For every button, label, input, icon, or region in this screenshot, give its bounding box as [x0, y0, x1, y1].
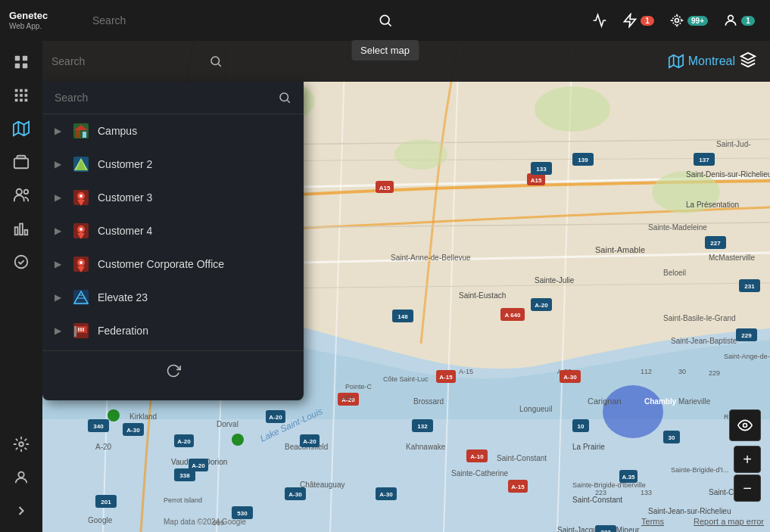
chevron-right-icon — [14, 503, 29, 518]
map-search-input[interactable] — [51, 55, 203, 67]
svg-text:A-20: A-20 — [303, 438, 316, 445]
svg-text:Perrot Island: Perrot Island — [164, 496, 202, 504]
left-sidebar — [0, 41, 42, 532]
svg-rect-10 — [15, 56, 20, 61]
dropdown-footer — [42, 350, 304, 394]
svg-rect-16 — [25, 89, 28, 92]
sidebar-item-analytics[interactable] — [6, 213, 36, 244]
user-button[interactable]: 1 — [717, 8, 761, 33]
top-right-icons: 1 99+ 1 — [586, 8, 761, 33]
svg-text:A-30: A-30 — [288, 491, 302, 498]
svg-point-0 — [380, 15, 389, 24]
svg-rect-30 — [20, 224, 23, 235]
select-map-button[interactable] — [372, 7, 399, 34]
sidebar-item-grid[interactable] — [6, 80, 36, 110]
corporate-label: Customer Corporate Office — [98, 258, 291, 270]
svg-text:Brossard: Brossard — [413, 397, 444, 406]
svg-text:223: 223 — [600, 529, 611, 532]
svg-text:139: 139 — [578, 157, 588, 163]
dropdown-search-area — [42, 82, 304, 114]
svg-point-32 — [15, 256, 28, 269]
svg-text:Beloeil: Beloeil — [663, 269, 686, 277]
search-icon — [378, 13, 393, 28]
svg-text:201: 201 — [101, 499, 111, 506]
sidebar-item-tasks[interactable] — [6, 247, 36, 277]
elevate-icon — [72, 288, 90, 306]
alerts-button[interactable]: 1 — [616, 8, 660, 33]
svg-text:Châteauguay: Châteauguay — [300, 481, 345, 489]
svg-text:A-30: A-30 — [379, 491, 393, 498]
dropdown-item-campus[interactable]: ▶ Campus — [42, 114, 304, 148]
map-report-error[interactable]: Report a map error — [694, 517, 764, 526]
map-layers-button[interactable] — [735, 47, 761, 76]
map-terms[interactable]: Terms — [641, 517, 664, 526]
svg-text:A.35: A.35 — [622, 474, 635, 481]
monitoring-button[interactable]: 99+ — [663, 8, 714, 33]
eye-icon — [737, 418, 753, 433]
svg-text:Saint-Amable: Saint-Amable — [595, 245, 645, 254]
svg-text:McMasterville: McMasterville — [709, 254, 756, 262]
svg-rect-11 — [23, 56, 27, 61]
svg-text:Chambly: Chambly — [644, 397, 677, 406]
svg-point-3 — [675, 19, 679, 23]
sidebar-item-dashboard[interactable] — [6, 47, 36, 77]
svg-text:227: 227 — [710, 240, 721, 247]
svg-text:A 640: A 640 — [504, 312, 521, 319]
map-copyright: Map data ©2024 Google — [164, 518, 246, 526]
svg-text:148: 148 — [397, 313, 408, 320]
svg-line-1 — [388, 23, 391, 26]
dropdown-item-federation[interactable]: ▶ Federation — [42, 314, 304, 347]
svg-rect-18 — [20, 94, 23, 97]
svg-rect-22 — [25, 99, 28, 102]
diagnostics-button[interactable] — [586, 8, 613, 33]
refresh-button[interactable] — [161, 359, 185, 387]
svg-text:A-30: A-30 — [126, 427, 140, 434]
sidebar-item-map[interactable] — [6, 114, 36, 144]
svg-rect-29 — [15, 227, 18, 235]
dropdown-item-customer3[interactable]: ▶ Customer 3 — [42, 181, 304, 214]
dropdown-item-customer2[interactable]: ▶ Customer 2 — [42, 148, 304, 181]
sidebar-expand-button[interactable] — [6, 496, 36, 526]
top-search-input[interactable] — [92, 14, 282, 26]
dropdown-item-elevate[interactable]: ▶ Elevate 23 — [42, 281, 304, 314]
svg-rect-31 — [25, 230, 28, 235]
alerts-icon — [622, 13, 638, 28]
sidebar-item-user-profile[interactable] — [6, 462, 36, 493]
zoom-in-button[interactable]: + — [734, 446, 761, 473]
svg-text:Saint-Eustach: Saint-Eustach — [459, 291, 506, 300]
svg-rect-15 — [20, 89, 23, 92]
svg-text:Sainte-Brigide-d'I...: Sainte-Brigide-d'I... — [671, 466, 728, 474]
dropdown-search-input[interactable] — [55, 92, 272, 104]
dropdown-search-icon — [278, 91, 291, 104]
eye-button[interactable] — [729, 409, 761, 441]
sidebar-item-people[interactable] — [6, 180, 36, 210]
svg-text:Longueuil: Longueuil — [519, 405, 552, 413]
zoom-out-button[interactable]: − — [734, 474, 761, 502]
diagnostics-icon — [592, 13, 607, 28]
svg-text:Sainte-Madeleine: Sainte-Madeleine — [648, 223, 707, 232]
sidebar-item-cards[interactable] — [6, 147, 36, 177]
dropdown-item-customer4[interactable]: ▶ Customer 4 — [42, 214, 304, 247]
svg-point-28 — [24, 190, 28, 194]
logo-area: Genetec Web App. — [9, 10, 92, 31]
customer2-label: Customer 2 — [98, 158, 291, 170]
corporate-icon — [72, 255, 90, 273]
top-bar: Genetec Web App. Select map 1 — [0, 0, 770, 41]
svg-point-9 — [728, 15, 734, 20]
svg-text:Pointe-C: Pointe-C — [345, 383, 373, 390]
svg-text:A-15: A-15 — [459, 368, 473, 375]
svg-text:Saint-Constant: Saint-Constant — [572, 496, 622, 504]
svg-text:30: 30 — [678, 368, 686, 375]
svg-text:430: 430 — [341, 394, 353, 402]
sidebar-item-settings[interactable] — [6, 429, 36, 459]
dropdown-item-corporate[interactable]: ▶ Customer Corporate Office — [42, 247, 304, 281]
svg-point-33 — [19, 442, 23, 446]
svg-text:Saint-Constant: Saint-Constant — [497, 454, 547, 462]
chevron-customer4: ▶ — [55, 226, 61, 236]
customer3-label: Customer 3 — [98, 191, 291, 204]
select-map-tooltip: Select map — [351, 40, 419, 61]
svg-text:A-20: A-20 — [192, 462, 205, 469]
svg-text:Sainte-Julie: Sainte-Julie — [535, 276, 575, 285]
svg-rect-26 — [14, 158, 28, 168]
svg-text:137: 137 — [699, 157, 709, 163]
